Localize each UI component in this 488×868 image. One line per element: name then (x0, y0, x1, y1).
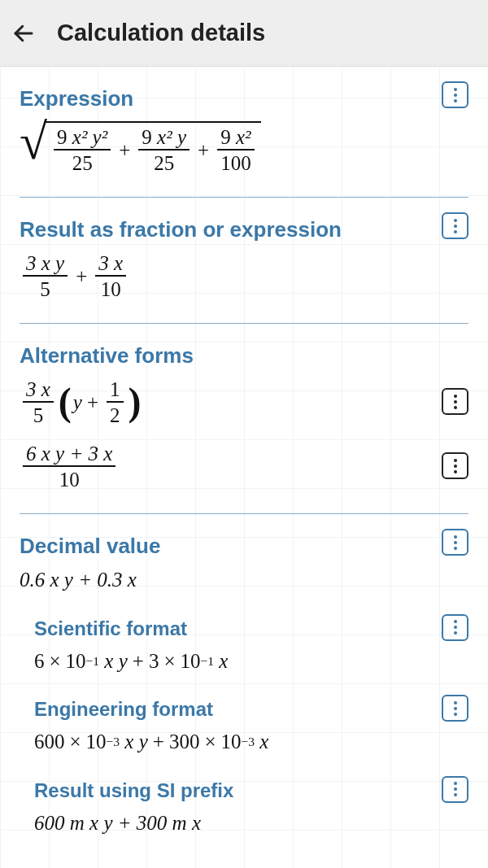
divider (20, 513, 468, 514)
engineering-math: 600×10−3 x y + 300×10−3 x (34, 726, 468, 761)
topbar: Calculation details (0, 0, 488, 67)
alternative-form-2: 6 x y + 3 x 10 (20, 438, 119, 499)
page-title: Calculation details (57, 20, 265, 46)
divider (20, 323, 468, 324)
alternative-heading: Alternative forms (20, 324, 468, 373)
decimal-heading: Decimal value (20, 514, 160, 564)
more-menu-decimal[interactable] (442, 529, 468, 556)
content: Expression √ 9 x² y² 25 + 9 x² y 25 + 9 … (0, 67, 488, 842)
fraction-result-math: 3 x y 5 + 3 x 10 (20, 247, 468, 308)
engineering-heading: Engineering format (34, 680, 213, 726)
divider (20, 197, 468, 198)
more-menu-alt-1[interactable] (442, 388, 468, 415)
more-menu-si[interactable] (442, 776, 468, 803)
back-icon[interactable] (11, 21, 36, 46)
scientific-math: 6×10−1 x y + 3×10−1 x (34, 645, 468, 681)
more-menu-expression[interactable] (442, 81, 468, 108)
scientific-heading: Scientific format (34, 600, 187, 645)
si-heading: Result using SI prefix (34, 761, 233, 807)
decimal-math: 0.6 x y + 0.3 x (20, 564, 468, 600)
fraction-result-heading: Result as fraction or expression (20, 198, 342, 247)
alternative-form-1: 3 x 5 ( y + 1 2 ) (20, 373, 143, 434)
more-menu-alt-2[interactable] (442, 452, 468, 479)
more-menu-scientific[interactable] (442, 614, 468, 641)
more-menu-engineering[interactable] (442, 695, 468, 722)
expression-math: √ 9 x² y² 25 + 9 x² y 25 + 9 x² 100 (20, 116, 468, 182)
expression-heading: Expression (20, 67, 133, 116)
more-menu-fraction-result[interactable] (442, 212, 468, 239)
si-math: 600 m x y + 300 m x (34, 807, 468, 843)
